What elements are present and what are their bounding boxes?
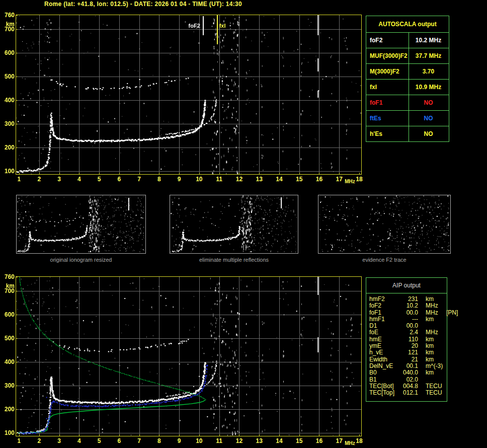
- page-title: Rome (lat: +41.8, lon: 012.5) - DATE: 20…: [44, 1, 242, 8]
- aip-row-fof2: foF210.2MHz: [369, 303, 447, 309]
- aip-row-fof1: foF100.0MHz[PN]: [369, 310, 447, 316]
- aip-output-table: AIP output hmF2231kmfoF210.2MHzfoF100.0M…: [366, 277, 447, 402]
- x-tick-label: 16: [314, 438, 323, 444]
- aip-cell-value: 00.0: [398, 323, 418, 329]
- x-tick-label: 3: [55, 438, 64, 444]
- bottom-ionogram-canvas: [16, 277, 361, 436]
- autoscala-row-value: 10.2 MHz: [409, 33, 448, 48]
- aip-cell-value: 231: [398, 296, 418, 303]
- aip-cell-value: 00.1: [398, 363, 418, 369]
- aip-cell-value: 00.0: [398, 310, 418, 316]
- autoscala-app: { "title": "Rome (lat: +41.8, lon: 012.5…: [0, 0, 487, 448]
- aip-row-hmf1: hmF1---km: [369, 316, 447, 323]
- aip-cell-unit: TECU: [418, 383, 443, 390]
- caption-original-ionogram: original ionogram resized: [16, 257, 146, 263]
- x-tick-label: 17: [335, 176, 344, 182]
- aip-cell-unit: km: [418, 343, 443, 349]
- aip-cell-unit: MHz: [418, 310, 443, 316]
- aip-row-delnve: DelN_vE00.1m^(-3): [369, 363, 447, 369]
- y-tick-label: 100: [1, 168, 15, 174]
- autoscala-row-label: foF2: [366, 33, 409, 48]
- aip-cell-value: 02.0: [398, 377, 418, 383]
- x-tick-label: 15: [295, 176, 304, 182]
- y-tick-label: 500: [1, 335, 15, 341]
- aip-cell-unit: km: [418, 316, 443, 323]
- y-tick-label: 200: [1, 406, 15, 412]
- autoscala-row-label: M(3000)F2: [366, 64, 409, 79]
- y-tick-label: 100: [1, 430, 15, 436]
- panel-eliminate-reflections-canvas: [170, 195, 297, 252]
- autoscala-row-muf3000f2: MUF(3000)F237.7 MHz: [366, 48, 449, 63]
- y-tick-label: 500: [1, 73, 15, 80]
- aip-cell-value: 012.1: [398, 390, 418, 396]
- x-axis-unit-label: MHz: [345, 179, 355, 184]
- y-tick-label: 400: [1, 359, 15, 365]
- aip-cell-unit: km: [418, 349, 443, 356]
- x-tick-label: 6: [115, 176, 124, 182]
- y-tick-label: 300: [1, 383, 15, 389]
- y-tick-label: 760: [1, 12, 15, 18]
- autoscala-table-rows: foF210.2 MHzMUF(3000)F237.7 MHzM(3000)F2…: [366, 32, 449, 141]
- aip-cell-note: [443, 369, 447, 376]
- autoscala-row-value: 10.9 MHz: [409, 80, 448, 95]
- bottom-ionogram-plot: [16, 276, 362, 436]
- aip-cell-value: 121: [398, 349, 418, 356]
- aip-cell-value: 110: [398, 336, 418, 343]
- x-tick-label: 14: [275, 176, 284, 182]
- aip-cell-name: foF2: [369, 303, 398, 309]
- aip-row-b1: B102.0: [369, 377, 447, 383]
- aip-cell-note: [443, 329, 447, 336]
- aip-cell-note: [443, 296, 447, 303]
- x-tick-label: 11: [215, 438, 224, 444]
- aip-cell-value: 004.8: [398, 383, 418, 390]
- y-tick-label: 760: [1, 274, 15, 280]
- aip-cell-value: ---: [398, 316, 418, 323]
- aip-table-header: AIP output: [366, 278, 447, 293]
- aip-cell-value: 10.2: [398, 303, 418, 309]
- aip-cell-note: [443, 383, 447, 390]
- autoscala-row-m3000f2: M(3000)F23.70: [366, 63, 449, 79]
- x-axis-unit-label: MHz: [345, 440, 355, 446]
- aip-cell-unit: km: [418, 336, 443, 343]
- aip-cell-name: Ewidth: [369, 356, 398, 363]
- autoscala-row-value: NO: [409, 126, 448, 141]
- aip-row-d1: D100.0: [369, 323, 447, 329]
- top-ionogram-plot: [16, 15, 362, 175]
- aip-table-rows: hmF2231kmfoF210.2MHzfoF100.0MHz[PN]hmF1-…: [366, 293, 447, 396]
- y-tick-label: 600: [1, 312, 15, 318]
- x-tick-label: 1: [15, 176, 24, 182]
- aip-cell-unit: km: [418, 369, 443, 376]
- x-tick-label: 5: [95, 176, 104, 182]
- aip-cell-name: ymE: [369, 343, 398, 349]
- aip-cell-name: hmF1: [369, 316, 398, 323]
- x-tick-label: 9: [175, 438, 184, 444]
- y-tick-label: 300: [1, 121, 15, 127]
- x-tick-label: 11: [215, 176, 224, 182]
- aip-cell-unit: TECU: [418, 390, 443, 396]
- y-axis-unit-label: km: [1, 283, 15, 289]
- y-axis-unit-label: km: [1, 21, 15, 27]
- aip-cell-value: 21: [398, 356, 418, 363]
- autoscala-row-fof1: foF1NO: [366, 95, 449, 110]
- fxi-marker-label: fxI: [219, 23, 226, 29]
- x-tick-label: 14: [275, 438, 284, 444]
- aip-cell-name: DelN_vE: [369, 363, 398, 369]
- aip-row-hme: hmE110km: [369, 336, 447, 343]
- fof2-marker-line: [203, 16, 204, 35]
- aip-cell-unit: [418, 323, 443, 329]
- aip-cell-unit: MHz: [418, 303, 443, 309]
- x-tick-label: 1: [15, 438, 24, 444]
- autoscala-row-label: h'Es: [366, 126, 409, 141]
- x-tick-label: 12: [234, 176, 244, 182]
- aip-cell-name: hmF2: [369, 296, 398, 303]
- aip-cell-unit: m^(-3): [418, 363, 443, 369]
- x-tick-label: 6: [115, 438, 124, 444]
- x-tick-label: 18: [355, 176, 364, 182]
- aip-cell-value: 2.4: [398, 329, 418, 336]
- x-tick-label: 9: [175, 176, 184, 182]
- x-tick-label: 4: [74, 438, 84, 444]
- fof2-marker-label: foF2: [181, 23, 200, 29]
- autoscala-row-hes: h'EsNO: [366, 126, 449, 141]
- autoscala-row-value: 37.7 MHz: [409, 48, 448, 63]
- x-tick-label: 17: [335, 438, 344, 444]
